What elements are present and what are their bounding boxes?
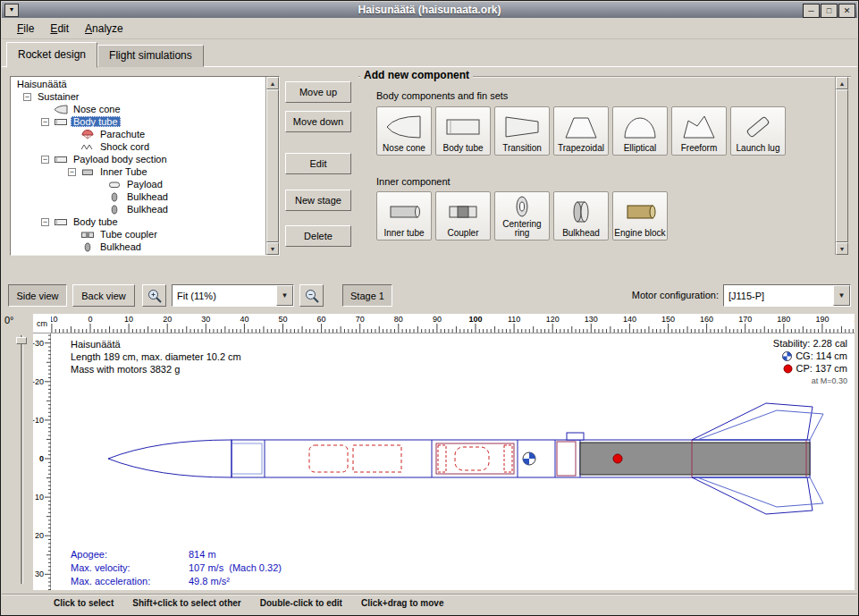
add-inner-tube-button[interactable]: Inner tube [376, 191, 432, 240]
motor-config-select[interactable]: [J115-P] ▼ [723, 284, 851, 307]
chevron-down-icon[interactable]: ▼ [276, 285, 293, 306]
add-freeform-fin-button[interactable]: Freeform [671, 106, 727, 156]
tree-item-bulkhead[interactable]: Bulkhead [11, 190, 265, 203]
tree-item-inner-tube[interactable]: − Inner Tube [11, 165, 265, 178]
collapse-icon[interactable]: − [68, 168, 76, 176]
window-menu-icon[interactable]: ▾ [4, 4, 19, 17]
collapse-icon[interactable]: − [23, 93, 31, 101]
new-stage-button[interactable]: New stage [285, 190, 351, 211]
menu-file[interactable]: File [9, 20, 42, 38]
maximize-icon[interactable]: □ [821, 4, 838, 18]
zoom-select[interactable]: Fit (11%) ▼ [172, 284, 294, 307]
svg-text:190: 190 [815, 315, 829, 324]
window-title: Haisunäätä (haisunaata.ork) [2, 2, 857, 18]
body-tube-icon [53, 155, 68, 165]
svg-text:140: 140 [623, 315, 636, 324]
svg-text:80: 80 [394, 315, 403, 324]
nose-cone-icon [53, 105, 68, 114]
move-down-button[interactable]: Move down [285, 111, 351, 132]
add-component-scrollbar[interactable]: ▲ ▼ [835, 77, 848, 255]
collapse-icon[interactable]: − [41, 118, 49, 126]
tree-item-nose-cone[interactable]: Nose cone [11, 103, 265, 115]
svg-text:90: 90 [433, 315, 442, 324]
scroll-thumb[interactable] [836, 89, 848, 242]
tree-item-parachute[interactable]: Parachute [11, 128, 265, 140]
add-coupler-button[interactable]: Coupler [435, 191, 491, 240]
horizontal-ruler: -100102030405060708090100110120130140150… [51, 314, 855, 333]
svg-text:170: 170 [738, 315, 752, 324]
menu-edit[interactable]: Edit [42, 20, 77, 38]
zoom-out-button[interactable] [299, 284, 324, 307]
status-bar: Click to select Shift+click to select ot… [2, 594, 857, 611]
scroll-down-icon[interactable]: ▼ [266, 242, 279, 255]
scroll-thumb[interactable] [266, 89, 279, 242]
tree-item-bulkhead[interactable]: Bulkhead [11, 203, 265, 215]
slider-handle[interactable] [16, 337, 27, 344]
tree-scrollbar[interactable]: ▲ ▼ [265, 77, 279, 255]
menu-analyze[interactable]: Analyze [77, 20, 131, 38]
add-engine-block-button[interactable]: Engine block [612, 191, 668, 240]
cp-marker [613, 454, 622, 463]
rocket-canvas[interactable]: Haisunäätä Length 189 cm, max. diameter … [51, 333, 855, 590]
tree-item-rocket[interactable]: Haisunäätä [11, 78, 265, 90]
main-tabs: Rocket design Flight simulations [6, 41, 204, 67]
motor-config-label: Motor configuration: [616, 290, 719, 300]
collapse-icon[interactable]: − [41, 156, 49, 164]
tree-item-body-tube-aft[interactable]: − Body tube [11, 215, 265, 228]
rocket-info: Haisunäätä Length 189 cm, max. diameter … [71, 338, 241, 376]
scroll-up-icon[interactable]: ▲ [836, 77, 848, 89]
parachute-icon [80, 130, 95, 139]
payload-icon [106, 180, 122, 190]
body-tube-icon [53, 217, 68, 227]
tab-flight-simulations[interactable]: Flight simulations [97, 45, 204, 67]
title-bar: ▾ Haisunäätä (haisunaata.ork) ─ □ ✕ [2, 2, 857, 18]
add-centering-ring-button[interactable]: Centering ring [494, 191, 550, 240]
edit-button[interactable]: Edit [285, 153, 351, 174]
transition-icon [502, 109, 542, 144]
rotation-slider[interactable] [16, 335, 27, 584]
add-transition-button[interactable]: Transition [494, 106, 550, 156]
delete-button[interactable]: Delete [285, 225, 351, 247]
add-component-title: Add new component [360, 69, 473, 81]
stage1-toggle[interactable]: Stage 1 [342, 284, 392, 307]
zoom-in-button[interactable] [142, 284, 166, 307]
hint-click-drag: Click+drag to move [361, 598, 444, 608]
body-tube-icon [53, 117, 68, 127]
body-tube-icon [443, 109, 483, 144]
add-body-tube-button[interactable]: Body tube [435, 106, 491, 156]
collapse-icon[interactable]: − [41, 218, 49, 226]
back-view-button[interactable]: Back view [72, 284, 135, 307]
launch-lug-icon [738, 109, 778, 144]
tree-item-shock-cord[interactable]: Shock cord [11, 140, 265, 153]
tree-item-body-tube[interactable]: − Body tube [11, 115, 265, 128]
scroll-up-icon[interactable]: ▲ [266, 77, 279, 89]
svg-text:160: 160 [700, 315, 713, 324]
add-launch-lug-button[interactable]: Launch lug [730, 106, 786, 156]
coupler-icon [443, 194, 483, 229]
component-tree[interactable]: Haisunäätä − Sustainer Nose cone − Body … [10, 76, 280, 256]
add-trapezoidal-fin-button[interactable]: Trapezoidal [553, 106, 609, 156]
tree-item-sustainer[interactable]: − Sustainer [11, 90, 265, 103]
scroll-down-icon[interactable]: ▼ [836, 242, 848, 255]
add-bulkhead-button[interactable]: Bulkhead [553, 191, 609, 240]
tree-item-bulkhead-aft[interactable]: Bulkhead [11, 240, 265, 253]
tab-rocket-design[interactable]: Rocket design [6, 42, 97, 68]
add-elliptical-fin-button[interactable]: Elliptical [612, 106, 668, 156]
svg-text:30: 30 [35, 570, 44, 578]
tree-item-tube-coupler[interactable]: Tube coupler [11, 228, 265, 240]
move-up-button[interactable]: Move up [285, 81, 351, 103]
engine-block-icon [620, 194, 660, 229]
tree-item-payload-body-section[interactable]: − Payload body section [11, 153, 265, 165]
body-section-label: Body components and fin sets [376, 90, 508, 101]
minimize-icon[interactable]: ─ [803, 4, 820, 18]
add-component-panel: Add new component Body components and fi… [358, 69, 851, 257]
close-icon[interactable]: ✕ [838, 4, 855, 18]
tree-item-payload[interactable]: Payload [11, 178, 265, 190]
add-nose-cone-button[interactable]: Nose cone [376, 106, 432, 156]
side-view-button[interactable]: Side view [8, 284, 67, 307]
svg-text:10: 10 [35, 493, 44, 502]
inner-tube-icon [80, 167, 95, 177]
chevron-down-icon[interactable]: ▼ [833, 285, 850, 306]
svg-text:40: 40 [240, 315, 248, 324]
svg-text:100: 100 [468, 315, 482, 324]
